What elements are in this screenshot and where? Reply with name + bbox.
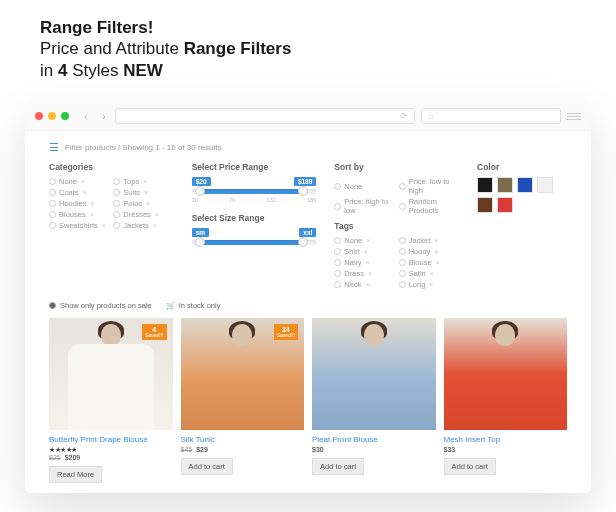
back-button[interactable]: ‹ <box>79 109 93 123</box>
radio-option[interactable]: Price: low to high <box>399 177 459 195</box>
radio-option[interactable]: Hoody× <box>399 247 459 256</box>
radio-icon <box>49 200 56 207</box>
radio-label: Blouses <box>59 210 86 219</box>
color-swatch[interactable] <box>477 177 493 193</box>
remove-icon[interactable]: × <box>143 178 147 185</box>
remove-icon[interactable]: × <box>430 270 434 277</box>
radio-label: Tops <box>123 177 139 186</box>
remove-icon[interactable]: × <box>91 200 95 207</box>
radio-option[interactable]: Dress× <box>334 269 394 278</box>
radio-option[interactable]: Shirt× <box>334 247 394 256</box>
size-slider[interactable] <box>192 240 317 245</box>
close-dot[interactable] <box>35 112 43 120</box>
radio-label: Long <box>409 280 426 289</box>
color-title: Color <box>477 162 567 172</box>
remove-icon[interactable]: × <box>434 248 438 255</box>
remove-icon[interactable]: × <box>102 222 106 229</box>
radio-option[interactable]: None× <box>49 177 109 186</box>
radio-option[interactable]: Dresses× <box>113 210 173 219</box>
remove-icon[interactable]: × <box>364 248 368 255</box>
remove-icon[interactable]: × <box>365 281 369 288</box>
sub2-b2: NEW <box>123 61 163 80</box>
radio-option[interactable]: Hoodies× <box>49 199 109 208</box>
radio-option[interactable]: Blouse× <box>399 258 459 267</box>
remove-icon[interactable]: × <box>81 178 85 185</box>
product-card[interactable]: Pleat Front Blouse $30 Add to cart <box>312 318 436 483</box>
menu-icon[interactable] <box>567 113 581 120</box>
product-action-button[interactable]: Add to cart <box>312 458 364 475</box>
remove-icon[interactable]: × <box>434 237 438 244</box>
radio-icon <box>399 203 406 210</box>
radio-option[interactable]: Navy× <box>334 258 394 267</box>
remove-icon[interactable]: × <box>146 200 150 207</box>
remove-icon[interactable]: × <box>90 211 94 218</box>
radio-option[interactable]: Price: high to low <box>334 197 394 215</box>
price-handle-min[interactable] <box>195 186 205 196</box>
refresh-icon[interactable]: ⟳ <box>400 111 408 121</box>
size-handle-max[interactable] <box>298 237 308 247</box>
product-title[interactable]: Mesh Insert Top <box>444 435 568 444</box>
radio-option[interactable]: None× <box>334 236 394 245</box>
product-card[interactable]: 34Saved!!! Silk Tunic $45 $29 Add to car… <box>181 318 305 483</box>
radio-icon <box>399 237 406 244</box>
remove-icon[interactable]: × <box>365 259 369 266</box>
radio-option[interactable]: Neck× <box>334 280 394 289</box>
remove-icon[interactable]: × <box>83 189 87 196</box>
radio-option[interactable]: Jacket× <box>399 236 459 245</box>
stock-toggle[interactable]: 🛒 In stock only <box>166 301 221 310</box>
radio-option[interactable]: Blouses× <box>49 210 109 219</box>
product-card[interactable]: 4Saved!!! Butterfly Print Drape Blouse ★… <box>49 318 173 483</box>
product-meta: $30 <box>312 446 436 453</box>
radio-label: Dresses <box>123 210 151 219</box>
browser-chrome: ‹ › ⟳ ⌕ <box>25 102 591 131</box>
radio-option[interactable]: Random Products <box>399 197 459 215</box>
browser-search[interactable]: ⌕ <box>421 108 561 124</box>
hamburger-icon[interactable]: ☰ <box>49 141 59 154</box>
range-filters: Select Price Range $20 $189 2076132189 S… <box>192 162 317 289</box>
remove-icon[interactable]: × <box>366 237 370 244</box>
color-swatch[interactable] <box>517 177 533 193</box>
sale-toggle[interactable]: Show only products on sale <box>49 301 152 310</box>
minimize-dot[interactable] <box>48 112 56 120</box>
remove-icon[interactable]: × <box>368 270 372 277</box>
price-current: $29 <box>196 446 208 453</box>
radio-option[interactable]: Tops× <box>113 177 173 186</box>
radio-option[interactable]: Coats× <box>49 188 109 197</box>
remove-icon[interactable]: × <box>144 189 148 196</box>
radio-option[interactable]: None <box>334 177 394 195</box>
size-handle-min[interactable] <box>195 237 205 247</box>
url-bar[interactable]: ⟳ <box>115 108 415 124</box>
product-action-button[interactable]: Read More <box>49 466 102 483</box>
product-action-button[interactable]: Add to cart <box>181 458 233 475</box>
radio-option[interactable]: Satin× <box>399 269 459 278</box>
product-title[interactable]: Pleat Front Blouse <box>312 435 436 444</box>
maximize-dot[interactable] <box>61 112 69 120</box>
size-title: Select Size Range <box>192 213 317 223</box>
remove-icon[interactable]: × <box>153 222 157 229</box>
radio-option[interactable]: Jackets× <box>113 221 173 230</box>
remove-icon[interactable]: × <box>436 259 440 266</box>
price-title: Select Price Range <box>192 162 317 172</box>
radio-option[interactable]: Polos× <box>113 199 173 208</box>
radio-icon <box>399 248 406 255</box>
color-swatch[interactable] <box>537 177 553 193</box>
color-swatch[interactable] <box>497 177 513 193</box>
price-current: $30 <box>312 446 324 453</box>
remove-icon[interactable]: × <box>429 281 433 288</box>
product-card[interactable]: Mesh Insert Top $33 Add to cart <box>444 318 568 483</box>
radio-option[interactable]: Long× <box>399 280 459 289</box>
remove-icon[interactable]: × <box>155 211 159 218</box>
color-swatch[interactable] <box>497 197 513 213</box>
product-action-button[interactable]: Add to cart <box>444 458 496 475</box>
forward-button[interactable]: › <box>97 109 111 123</box>
product-title[interactable]: Silk Tunic <box>181 435 305 444</box>
price-handle-max[interactable] <box>298 186 308 196</box>
price-slider[interactable] <box>192 189 317 194</box>
color-filter: Color <box>477 162 567 289</box>
tick: 76 <box>229 197 235 203</box>
color-swatch[interactable] <box>477 197 493 213</box>
radio-option[interactable]: Suits× <box>113 188 173 197</box>
window-controls <box>35 112 69 120</box>
product-title[interactable]: Butterfly Print Drape Blouse <box>49 435 173 444</box>
radio-option[interactable]: Sweatshirts× <box>49 221 109 230</box>
